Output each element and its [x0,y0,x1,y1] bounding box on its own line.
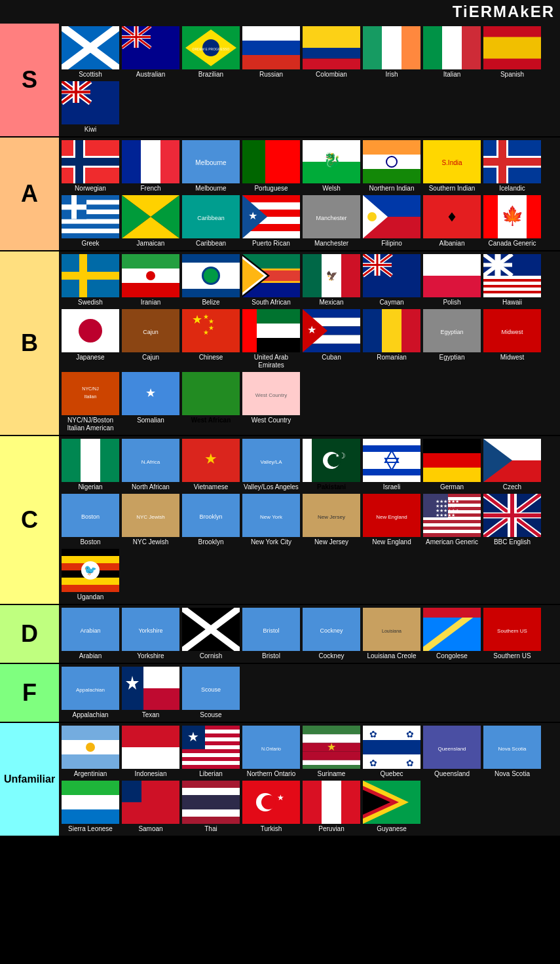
item-flag [122,726,179,769]
list-item[interactable]: ✿✿✿✿Quebec [363,726,420,778]
list-item[interactable]: ☽★Pakistani [303,439,360,491]
list-item[interactable]: CaribbeanCaribbean [182,195,240,248]
list-item[interactable]: Belize [182,254,240,306]
list-item[interactable]: S.IndiaSouthern Indian [423,140,481,193]
list-item[interactable]: New JerseyNew Jersey [303,494,360,546]
list-item[interactable]: 🦅Mexican [303,254,360,306]
svg-rect-91 [242,231,300,238]
list-item[interactable]: MelbourneMelbourne [182,140,240,193]
list-item[interactable]: Hawaii [483,254,541,306]
list-item[interactable]: MidwestMidwest [483,309,541,369]
list-item[interactable]: Irish [363,26,420,79]
list-item[interactable]: West African [182,372,240,432]
list-item[interactable]: Southern USSouthern US [483,608,541,660]
item-label: Appalachian [72,711,108,719]
list-item[interactable]: Norwegian [62,140,119,193]
list-item[interactable]: Polish [423,254,481,306]
list-item[interactable]: ★Somalian [122,372,179,432]
svg-rect-336 [322,781,341,824]
list-item[interactable]: ScouseScouse [182,667,240,719]
list-item[interactable]: ManchesterManchester [303,195,360,248]
list-item[interactable]: NYC/NJItalianNYC/NJ/Boston Italian Ameri… [62,372,119,432]
list-item[interactable]: New EnglandNew England [363,494,420,546]
list-item[interactable]: EgyptianEgyptian [423,309,481,369]
list-item[interactable]: Nova ScotiaNova Scotia [483,726,541,778]
list-item[interactable]: Sierra Leonese [62,781,119,833]
list-item[interactable]: QueenslandQueensland [423,726,481,778]
list-item[interactable]: Filipino [363,195,420,248]
list-item[interactable]: ★★★★★★★★★★★★★★★★★★★★★★American Generic [423,494,481,546]
list-item[interactable]: ★Liberian [182,726,240,778]
item-flag: Cajun [122,309,179,352]
list-item[interactable]: BrooklynBrooklyn [182,494,240,546]
list-item[interactable]: AppalachianAppalachian [62,667,119,719]
list-item[interactable]: Texan [122,667,179,719]
list-item[interactable]: Italian [423,26,481,79]
list-item[interactable]: ArabianArabian [62,608,119,660]
list-item[interactable]: Congolese [423,608,481,660]
list-item[interactable]: NYC JewishNYC Jewish [122,494,179,546]
list-item[interactable]: Nigerian [62,439,119,491]
list-item[interactable]: 🐦Ugandan [62,549,119,601]
list-item[interactable]: ★Suriname [303,726,360,778]
list-item[interactable]: ★Turkish [242,781,300,833]
list-item[interactable]: BBC English [483,494,541,546]
list-item[interactable]: Valley/LAValley/Los Angeles [242,439,300,491]
item-label: NYC Jewish [133,538,168,546]
item-label: Swedish [78,299,103,306]
list-item[interactable]: ⬧Albanian [423,195,481,248]
list-item[interactable]: Russian [242,26,300,79]
list-item[interactable]: West CountryWest Country [242,372,300,432]
list-item[interactable]: ★Vietnamese [182,439,240,491]
list-item[interactable]: Swedish [62,254,119,306]
svg-rect-18 [242,41,300,55]
list-item[interactable]: Japanese [62,309,119,369]
list-item[interactable]: 🍁Canada Generic [483,195,541,248]
list-item[interactable]: United Arab Emirates [242,309,300,369]
item-flag [182,254,240,297]
list-item[interactable]: CockneyCockney [303,608,360,660]
list-item[interactable]: Scottish [62,26,119,79]
list-item[interactable]: South African [242,254,300,306]
list-item[interactable]: Portuguese [242,140,300,193]
list-item[interactable]: New YorkNew York City [242,494,300,546]
list-item[interactable]: 🐉Welsh [303,140,360,193]
item-label: Northern Indian [369,185,415,193]
svg-rect-321 [62,781,119,795]
list-item[interactable]: ★★★★★Chinese [182,309,240,369]
list-item[interactable]: Cayman [363,254,420,306]
list-item[interactable]: YorkshireYorkshire [122,608,179,660]
list-item[interactable]: Australian [122,26,179,79]
list-item[interactable]: Colombian [303,26,360,79]
list-item[interactable]: Peruvian [303,781,360,833]
list-item[interactable]: CajunCajun [122,309,179,369]
list-item[interactable]: French [122,140,179,193]
list-item[interactable]: Cornish [182,608,240,660]
list-item[interactable]: BristolBristol [242,608,300,660]
list-item[interactable]: Northern Indian [363,140,420,193]
list-item[interactable]: Jamaican [122,195,179,248]
list-item[interactable]: LouisianaLouisiana Creole [363,608,420,660]
list-item[interactable]: Kiwi [62,81,119,134]
list-item[interactable]: Indonesian [122,726,179,778]
list-item[interactable]: Iranian [122,254,179,306]
list-item[interactable]: Romanian [363,309,420,369]
list-item[interactable]: ★Cuban [303,309,360,369]
list-item[interactable]: Icelandic [483,140,541,193]
list-item[interactable]: ORDEM E PROGRESSOBrazilian [182,26,240,79]
item-label: Nigerian [78,483,102,491]
list-item[interactable]: N.OntarioNorthern Ontario [242,726,300,778]
list-item[interactable]: Argentinian [62,726,119,778]
list-item[interactable]: N.AfricaNorth African [122,439,179,491]
list-item[interactable]: Guyanese [363,781,420,833]
item-label: American Generic [426,538,478,546]
list-item[interactable]: BostonBoston [62,494,119,546]
list-item[interactable]: Samoan [122,781,179,833]
list-item[interactable]: Israeli [363,439,420,491]
list-item[interactable]: ★Puerto Rican [242,195,300,248]
list-item[interactable]: Greek [62,195,119,248]
list-item[interactable]: Czech [483,439,541,491]
list-item[interactable]: German [423,439,481,491]
list-item[interactable]: Thai [182,781,240,833]
list-item[interactable]: Spanish [483,26,541,79]
